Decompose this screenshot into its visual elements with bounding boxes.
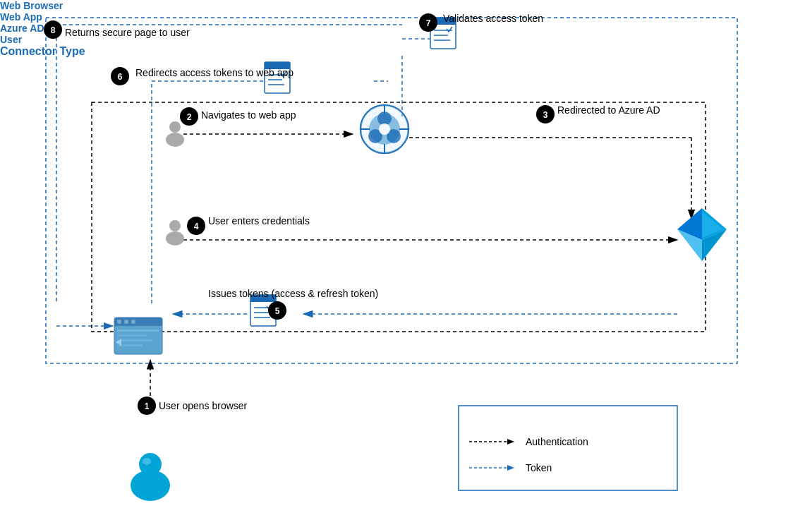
svg-rect-16 — [118, 344, 143, 346]
legend-auth-line — [469, 437, 519, 446]
svg-point-6 — [143, 458, 151, 465]
diagram-svg: 1 2 3 4 5 6 7 8 — [0, 0, 805, 532]
svg-point-52 — [169, 220, 181, 231]
svg-rect-15 — [118, 339, 153, 341]
legend-token-row: Token — [469, 462, 552, 473]
svg-rect-13 — [118, 330, 159, 332]
user-icon — [131, 453, 170, 501]
user-small-step4 — [166, 220, 184, 246]
step-6-label: Redirects access tokens to web app — [135, 67, 293, 78]
step-3-number: 3 — [543, 110, 548, 120]
svg-point-24 — [379, 123, 390, 135]
legend-token-line — [469, 464, 519, 472]
step-3-label: Redirected to Azure AD — [557, 104, 660, 116]
azure-ad-icon — [677, 208, 727, 261]
svg-marker-55 — [507, 439, 514, 445]
step-7-label: Validates access token — [443, 13, 543, 24]
step-4-label: User enters credentials — [208, 215, 310, 226]
step-2-number: 2 — [187, 112, 192, 122]
legend-auth-row: Authentication — [469, 436, 588, 447]
svg-point-50 — [169, 121, 181, 133]
svg-point-53 — [166, 231, 184, 246]
step-7-number: 7 — [426, 18, 431, 28]
legend-box — [459, 406, 677, 490]
step-6-number: 6 — [118, 72, 123, 82]
step-5-number: 5 — [275, 306, 280, 316]
svg-rect-9 — [114, 323, 162, 326]
step-1-number: 1 — [145, 401, 150, 411]
legend-auth-label: Authentication — [526, 436, 588, 447]
svg-point-10 — [117, 320, 121, 324]
user-small-step2 — [166, 121, 184, 147]
svg-rect-14 — [118, 334, 146, 337]
web-browser-icon — [114, 318, 162, 354]
svg-point-5 — [139, 453, 162, 476]
svg-marker-57 — [507, 465, 514, 471]
step-2-label: Navigates to web app — [201, 109, 296, 121]
step-1-label: User opens browser — [159, 400, 247, 411]
svg-point-51 — [166, 133, 184, 147]
diagram-container: 1 2 3 4 5 6 7 8 User opens browser Navig… — [0, 0, 805, 532]
web-app-icon — [361, 105, 408, 153]
legend-token-label: Token — [526, 462, 552, 473]
svg-point-12 — [131, 320, 135, 324]
step-8-number: 8 — [51, 25, 56, 35]
step-5-label: Issues tokens (access & refresh token) — [208, 288, 378, 299]
step-4-number: 4 — [194, 222, 199, 231]
svg-point-11 — [124, 320, 128, 324]
step-8-label: Returns secure page to user — [65, 27, 190, 38]
